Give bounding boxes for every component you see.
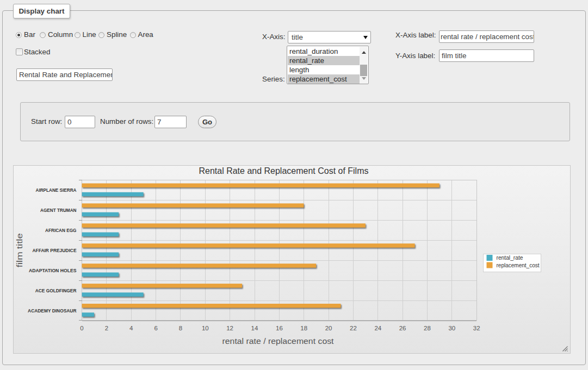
svg-text:26: 26 [399,325,406,331]
svg-text:6: 6 [154,325,157,331]
svg-text:ADAPTATION HOLES: ADAPTATION HOLES [29,268,77,273]
svg-text:film title: film title [15,233,24,267]
svg-text:rental rate / replacement cost: rental rate / replacement cost [222,337,334,346]
svg-text:2: 2 [105,325,108,331]
svg-text:32: 32 [473,325,480,331]
svg-text:18: 18 [300,325,307,331]
svg-text:16: 16 [276,325,283,331]
svg-text:AIRPLANE SIERRA: AIRPLANE SIERRA [36,187,77,193]
svg-text:AFFAIR PREJUDICE: AFFAIR PREJUDICE [33,248,77,253]
svg-text:20: 20 [325,325,332,331]
svg-text:28: 28 [424,325,431,331]
svg-text:AGENT TRUMAN: AGENT TRUMAN [40,208,77,213]
svg-text:4: 4 [129,325,133,331]
svg-text:AFRICAN EGG: AFRICAN EGG [45,228,77,233]
svg-text:14: 14 [251,325,258,331]
svg-text:replacement_cost: replacement_cost [497,262,540,268]
svg-text:0: 0 [80,325,83,331]
svg-text:30: 30 [448,325,455,331]
svg-text:12: 12 [226,325,233,331]
svg-text:24: 24 [374,325,381,331]
svg-text:rental_rate: rental_rate [497,254,523,261]
svg-text:22: 22 [350,325,357,331]
svg-text:ACADEMY DINOSAUR: ACADEMY DINOSAUR [28,308,77,313]
svg-text:10: 10 [202,325,209,331]
svg-text:Rental Rate and Replacement Co: Rental Rate and Replacement Cost of Film… [199,166,369,175]
svg-text:ACE GOLDFINGER: ACE GOLDFINGER [35,288,77,293]
svg-text:8: 8 [179,325,182,331]
